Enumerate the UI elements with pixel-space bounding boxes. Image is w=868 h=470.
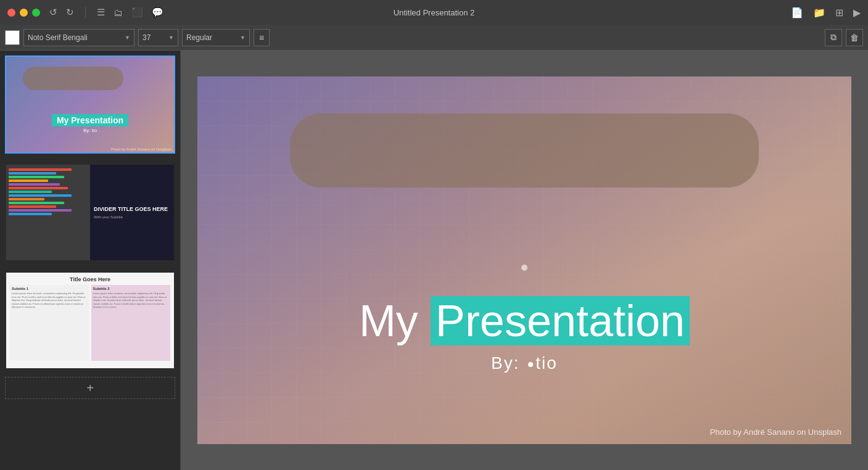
separator (85, 7, 86, 18)
slide-title-part1: My (359, 296, 431, 345)
code-lines (6, 165, 90, 219)
thumb3-title: Title Goes Here (10, 276, 170, 282)
thumb3-columns: Subtitle 1 Lorem ipsum dolor sit amet, c… (10, 285, 170, 361)
thumb3-col1-text: Lorem ipsum dolor sit amet, consectetur … (12, 292, 88, 309)
slide-credit: Photo by André Sanano on Unsplash (710, 427, 841, 437)
thumb1-overlay: My Presentation By: tio (15, 114, 166, 133)
align-button[interactable]: ≡ (254, 29, 270, 46)
title-bar-right-icons: 📄 📁 ⊞ ▶ (791, 7, 861, 19)
thumb1-credit: Photo by André Sanano on Unsplash (111, 147, 172, 151)
thumb2-right: DIVIDER TITLE GOES HERE With your Subtit… (90, 165, 174, 260)
thumb1-title: My Presentation (52, 114, 128, 126)
font-family-value: Noto Serif Bengali (28, 33, 88, 42)
thumb2-subtitle: With your Subtitle (94, 215, 170, 219)
add-slide-button[interactable]: + (5, 377, 175, 399)
chat-icon[interactable]: 💬 (152, 7, 163, 18)
slide-title: My Presentation (359, 296, 690, 345)
copy-style-icon: ⧉ (830, 32, 837, 43)
thumb3-background: Title Goes Here Subtitle 1 Lorem ipsum d… (6, 273, 174, 368)
window-title: Untitled Presentation 2 (394, 8, 475, 17)
thumb1-subtitle: By: tio (15, 128, 166, 133)
main-area: My Presentation By: tio Photo by André S… (0, 51, 868, 470)
thumb1-background: My Presentation By: tio Photo by André S… (6, 57, 174, 152)
main-slide: My Presentation By: tio Photo by André S… (197, 76, 851, 444)
font-size-arrow: ▼ (168, 35, 174, 41)
close-button[interactable] (7, 9, 15, 17)
font-size-select[interactable]: 37 ▼ (138, 29, 178, 46)
thumb2-left (6, 165, 90, 260)
slide-author: tio (535, 353, 558, 373)
font-style-select[interactable]: Regular ▼ (182, 29, 250, 46)
slide-title-group: My Presentation By: tio (284, 295, 765, 373)
slide-title-container[interactable]: My Presentation (284, 295, 765, 346)
font-family-select[interactable]: Noto Serif Bengali ▼ (23, 29, 134, 46)
title-bar: ↺ ↻ ☰ 🗂 ⬛ 💬 Untitled Presentation 2 📄 📁 … (0, 0, 868, 25)
minimize-button[interactable] (20, 9, 28, 17)
delete-button[interactable]: 🗑 (846, 29, 863, 46)
notes-icon[interactable]: 📄 (791, 7, 803, 19)
slide-thumbnail-3[interactable]: Title Goes Here Subtitle 1 Lorem ipsum d… (5, 271, 175, 369)
thumb3-col1-title: Subtitle 1 (12, 287, 88, 291)
slide-rounded-shape[interactable] (290, 113, 759, 188)
undo-redo-group: ↺ ↻ ☰ 🗂 ⬛ 💬 (49, 7, 163, 18)
format-toolbar: Noto Serif Bengali ▼ 37 ▼ Regular ▼ ≡ ⧉ … (0, 25, 868, 51)
slide-dot (521, 265, 527, 271)
slide-thumbnail-2[interactable]: DIVIDER TITLE GOES HERE With your Subtit… (5, 163, 175, 262)
color-picker[interactable] (5, 30, 20, 45)
slide-subtitle[interactable]: By: tio (284, 353, 765, 373)
align-icon: ≡ (259, 33, 264, 43)
slides-panel: My Presentation By: tio Photo by André S… (0, 51, 181, 470)
play-icon[interactable]: ▶ (853, 7, 861, 19)
slide-title-highlight: Presentation (431, 296, 690, 345)
thumb-inner-2: DIVIDER TITLE GOES HERE With your Subtit… (6, 165, 174, 260)
grid-icon[interactable]: ⊞ (835, 7, 843, 19)
maximize-button[interactable] (32, 9, 40, 17)
font-style-arrow: ▼ (240, 35, 246, 41)
delete-icon: 🗑 (850, 33, 859, 43)
font-style-value: Regular (186, 33, 212, 42)
thumb1-shape (23, 67, 123, 91)
save-icon[interactable]: 🗂 (114, 7, 123, 18)
thumb3-col2-title: Subtitle 2 (93, 287, 169, 291)
slide-by-text: By: (491, 353, 526, 373)
layout-icon[interactable]: ⬛ (131, 7, 143, 18)
add-slide-icon: + (86, 381, 94, 395)
canvas-area[interactable]: My Presentation By: tio Photo by André S… (181, 51, 868, 470)
thumb3-col2: Subtitle 2 Lorem ipsum dolor sit amet, c… (91, 285, 171, 361)
thumb-inner-1: My Presentation By: tio Photo by André S… (6, 57, 174, 152)
thumb3-col2-text: Lorem ipsum dolor sit amet, consectetur … (93, 292, 169, 309)
thumb2-title: DIVIDER TITLE GOES HERE (94, 206, 170, 213)
thumb2-background: DIVIDER TITLE GOES HERE With your Subtit… (6, 165, 174, 260)
undo-button[interactable]: ↺ (49, 7, 57, 18)
thumb3-col1: Subtitle 1 Lorem ipsum dolor sit amet, c… (10, 285, 89, 361)
font-size-value: 37 (143, 33, 151, 42)
subtitle-dot (528, 362, 533, 367)
font-family-arrow: ▼ (125, 35, 130, 41)
folder-icon[interactable]: 📁 (813, 7, 825, 19)
copy-style-button[interactable]: ⧉ (825, 29, 842, 46)
slide-thumbnail-1[interactable]: My Presentation By: tio Photo by André S… (5, 56, 175, 154)
redo-button[interactable]: ↻ (66, 7, 74, 18)
thumb-inner-3: Title Goes Here Subtitle 1 Lorem ipsum d… (6, 273, 174, 368)
menu-icon[interactable]: ☰ (97, 7, 105, 18)
traffic-lights (7, 9, 40, 17)
